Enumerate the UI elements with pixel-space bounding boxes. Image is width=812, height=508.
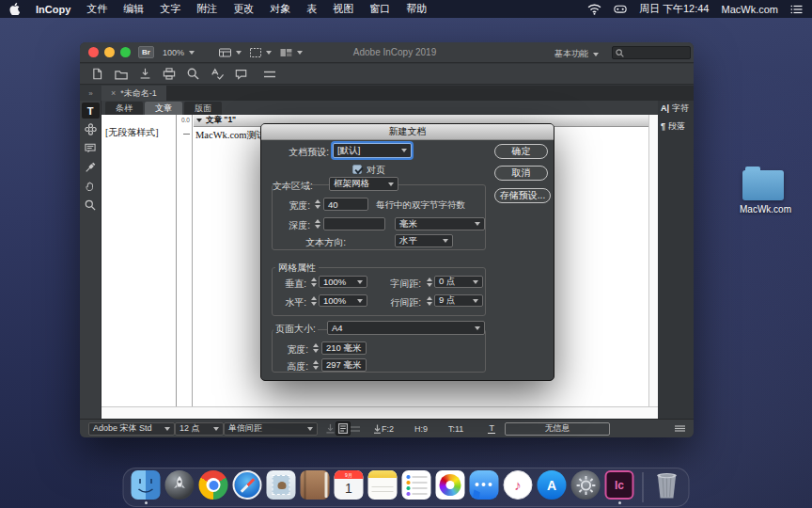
type-tool[interactable]: T xyxy=(82,103,100,119)
window-titlebar[interactable]: Br 100% Adobe InCopy 2019 基本功能 xyxy=(80,42,694,63)
horizontal-scrollbar[interactable] xyxy=(102,406,658,419)
leading-dropdown[interactable]: 单倍间距 xyxy=(224,422,318,436)
new-document-button[interactable] xyxy=(91,68,103,80)
depth-stepper[interactable] xyxy=(313,219,321,229)
collapse-triangle-icon[interactable] xyxy=(196,119,202,122)
apple-menu[interactable] xyxy=(9,3,20,15)
app-store-icon[interactable]: A xyxy=(538,470,567,500)
char-aki-dropdown[interactable]: 0 点 xyxy=(434,276,483,288)
menu-view[interactable]: 视图 xyxy=(333,2,353,16)
galley-info-icon[interactable] xyxy=(336,421,351,436)
notes-icon[interactable] xyxy=(368,470,398,500)
menu-type[interactable]: 文字 xyxy=(160,2,180,16)
depth-input[interactable] xyxy=(323,217,385,230)
save-button[interactable] xyxy=(139,68,151,80)
eyedropper-tool[interactable] xyxy=(82,159,100,175)
menu-app-name[interactable]: InCopy xyxy=(36,4,70,15)
finder-icon[interactable] xyxy=(132,470,161,500)
tab-story[interactable]: 文章 xyxy=(145,102,182,115)
itunes-icon[interactable]: ♪ xyxy=(504,470,533,500)
launchpad-icon[interactable] xyxy=(165,470,195,500)
trash-icon[interactable] xyxy=(652,470,681,500)
horizontal-scale-dropdown[interactable]: 100% xyxy=(319,294,367,307)
desktop-folder[interactable]: MacWk.com xyxy=(740,170,787,214)
font-family-dropdown[interactable]: Adobe 宋体 Std xyxy=(88,422,175,436)
view-options-dropdown[interactable] xyxy=(219,48,242,57)
controller-status-icon[interactable] xyxy=(614,4,627,14)
character-panel-button[interactable]: A| 字符 xyxy=(658,101,694,116)
contacts-icon[interactable] xyxy=(301,470,330,500)
line-aki-dropdown[interactable]: 9 点 xyxy=(434,294,483,307)
calendar-icon[interactable]: 9月 1 xyxy=(335,470,364,500)
paragraph-panel-button[interactable]: ¶ 段落 xyxy=(658,119,694,134)
photos-icon[interactable] xyxy=(436,470,465,500)
width-input[interactable]: 40 xyxy=(323,198,368,211)
dialog-title[interactable]: 新建文档 xyxy=(261,124,554,140)
menu-macwk-label[interactable]: MacWk.com xyxy=(722,4,779,15)
workspace-switcher[interactable]: 基本功能 xyxy=(554,48,599,60)
minimize-window-button[interactable] xyxy=(104,47,115,57)
document-tab[interactable]: × *未命名-1 xyxy=(102,86,166,101)
note-button[interactable] xyxy=(235,69,247,80)
line-aki-stepper[interactable] xyxy=(425,296,433,306)
zoom-window-button[interactable] xyxy=(120,47,131,57)
page-width-stepper[interactable] xyxy=(311,343,320,353)
bridge-button[interactable]: Br xyxy=(138,46,154,58)
zoom-tool[interactable] xyxy=(82,197,100,213)
menu-table[interactable]: 表 xyxy=(306,2,317,16)
depth-unit-dropdown[interactable]: 毫米 xyxy=(395,217,485,230)
wifi-icon[interactable] xyxy=(587,4,601,15)
arrange-documents-dropdown[interactable] xyxy=(280,48,303,57)
text-direction-dropdown[interactable]: 水平 xyxy=(395,234,453,247)
safari-icon[interactable] xyxy=(233,470,262,500)
vertical-scale-dropdown[interactable]: 100% xyxy=(319,276,367,288)
page-height-input[interactable]: 297 毫米 xyxy=(321,358,367,372)
find-button[interactable] xyxy=(187,68,199,80)
menu-notes[interactable]: 附注 xyxy=(196,2,217,16)
vertical-scrollbar[interactable] xyxy=(648,115,658,406)
facing-pages-checkbox[interactable] xyxy=(352,165,362,174)
info-dropdown[interactable]: 无信息 xyxy=(505,422,610,436)
page-width-input[interactable]: 210 毫米 xyxy=(321,341,367,355)
document-preset-dropdown[interactable]: [默认] xyxy=(333,143,412,158)
messages-icon[interactable] xyxy=(470,470,499,500)
open-folder-button[interactable] xyxy=(115,69,128,80)
save-preset-button[interactable]: 存储预设... xyxy=(494,188,551,203)
hand-tool[interactable] xyxy=(82,178,100,194)
notification-list-icon[interactable] xyxy=(790,5,803,14)
text-area-dropdown[interactable]: 框架网格 xyxy=(329,177,398,191)
menu-help[interactable]: 帮助 xyxy=(406,2,427,16)
menu-clock[interactable]: 周日 下午12:44 xyxy=(639,2,710,16)
font-size-dropdown[interactable]: 12 点 xyxy=(175,422,224,436)
close-window-button[interactable] xyxy=(88,47,99,57)
char-aki-stepper[interactable] xyxy=(425,278,433,287)
menu-object[interactable]: 对象 xyxy=(270,2,290,16)
tools-panel-expander[interactable]: » xyxy=(80,86,102,101)
track-changes-icon[interactable] xyxy=(325,423,336,434)
print-button[interactable] xyxy=(163,68,176,80)
reminders-icon[interactable] xyxy=(402,470,431,500)
page-height-stepper[interactable] xyxy=(311,360,320,370)
tab-layout[interactable]: 版面 xyxy=(184,102,222,115)
note-tool[interactable] xyxy=(82,140,100,156)
position-tool[interactable] xyxy=(82,121,100,137)
screen-mode-dropdown[interactable] xyxy=(250,48,272,57)
horizontal-stepper[interactable] xyxy=(309,296,318,306)
equal-lines-icon[interactable] xyxy=(351,426,360,432)
menu-file[interactable]: 文件 xyxy=(86,2,107,16)
spellcheck-button[interactable] xyxy=(211,68,224,80)
statusbar-menu-icon[interactable] xyxy=(675,425,685,432)
search-input[interactable] xyxy=(612,46,691,59)
system-preferences-icon[interactable] xyxy=(571,470,601,500)
incopy-dock-icon[interactable]: Ic xyxy=(605,470,634,500)
menu-window[interactable]: 窗口 xyxy=(369,2,390,16)
toolbar-menu-icon[interactable] xyxy=(264,71,275,78)
page-size-dropdown[interactable]: A4 xyxy=(327,321,485,335)
width-stepper[interactable] xyxy=(313,199,321,209)
tab-galley[interactable]: 条样 xyxy=(105,102,143,115)
close-tab-icon[interactable]: × xyxy=(111,88,116,98)
menu-edit[interactable]: 编辑 xyxy=(123,2,144,16)
cancel-button[interactable]: 取消 xyxy=(494,166,548,181)
ok-button[interactable]: 确定 xyxy=(494,144,548,159)
menu-changes[interactable]: 更改 xyxy=(233,2,254,16)
